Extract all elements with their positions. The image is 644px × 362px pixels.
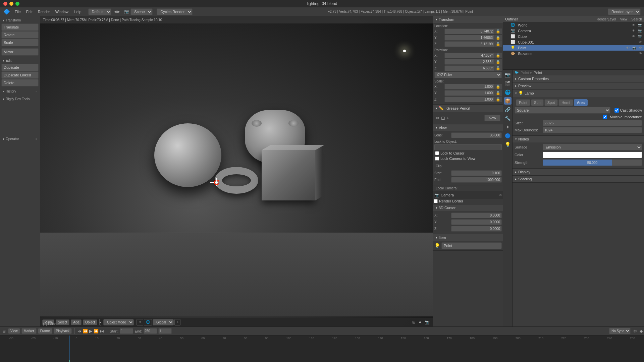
grease-pencil-new-btn[interactable]: New <box>484 115 500 121</box>
mirror-button[interactable]: Mirror <box>1 48 39 56</box>
outliner-item-camera[interactable]: 📷 Camera 👁 📷 <box>503 28 644 34</box>
menu-render[interactable]: Render <box>35 9 53 15</box>
render-engine-selector[interactable]: Cycles Render <box>157 8 193 15</box>
menu-file[interactable]: File <box>12 9 23 15</box>
rotation-y-lock[interactable]: 🔒 <box>494 59 502 65</box>
nodes-header[interactable]: ▾ Nodes <box>513 136 644 142</box>
lamp-data-icon[interactable]: 💡 <box>504 141 512 148</box>
jump-end-icon[interactable]: ⏭ <box>100 329 104 334</box>
history-section-header[interactable]: ▸ History ≡ <box>1 88 39 94</box>
custom-props-header[interactable]: ▸ Custom Properties <box>513 75 644 82</box>
operator-section-header[interactable]: ▾ Operator ≡ <box>1 136 39 142</box>
particles-icon[interactable]: ✦ <box>504 123 512 131</box>
preview-header[interactable]: ▸ Preview <box>513 82 644 89</box>
scale-z-input[interactable]: 1.000 <box>444 97 494 102</box>
cursor-z-input[interactable]: 0.0000 <box>451 226 502 232</box>
transform-section-header[interactable]: ▾ Transform <box>1 17 39 23</box>
rotation-x-input[interactable]: 47.657° <box>444 53 494 58</box>
step-forward-icon[interactable]: ⏩ <box>94 329 99 334</box>
menu-help[interactable]: Help <box>71 9 84 15</box>
location-y-input[interactable] <box>444 35 494 41</box>
location-x-lock[interactable]: 🔒 <box>494 28 502 34</box>
outliner-item-cube001[interactable]: ⬜ Cube.001 👁 <box>503 39 644 45</box>
sync-selector[interactable]: No Sync <box>609 328 631 334</box>
object-mode-selector[interactable]: Object Mode <box>103 319 134 325</box>
rotation-x-lock[interactable]: 🔒 <box>494 53 502 58</box>
playback-btn[interactable]: Playback <box>54 328 72 334</box>
pivot-icon[interactable]: ⊙ <box>137 319 143 325</box>
rotation-mode-selector[interactable]: XYZ Euler <box>434 72 502 78</box>
timeline-settings-icon[interactable]: ⚙ <box>633 329 637 334</box>
lamp-tab-sun[interactable]: Sun <box>531 99 544 106</box>
clip-end-input[interactable]: 1000.000 <box>451 177 502 183</box>
add-btn[interactable]: Add <box>71 319 82 325</box>
location-x-input[interactable] <box>444 28 494 34</box>
close-button[interactable] <box>3 2 7 6</box>
item-panel-header[interactable]: ▾ Item <box>433 234 503 241</box>
shading-header[interactable]: ▸ Shading <box>513 176 644 182</box>
strength-slider[interactable]: 50.000 <box>543 159 642 166</box>
cursor-x-input[interactable]: 0.0000 <box>451 213 502 218</box>
cursor-y-input[interactable]: 0.0000 <box>451 219 502 225</box>
surface-selector[interactable]: Emission <box>543 144 642 150</box>
orientation-icon[interactable]: 🌐 <box>144 319 152 325</box>
clip-start-input[interactable]: 0.100 <box>451 170 502 176</box>
operator-options-icon[interactable]: ≡ <box>36 137 37 141</box>
display-header[interactable]: ▸ Display <box>513 169 644 175</box>
delete-button[interactable]: Delete <box>1 79 39 86</box>
blender-logo-icon[interactable]: 🔷 <box>1 8 12 15</box>
scale-y-lock[interactable]: 🔒 <box>494 90 502 96</box>
view-layers-icon[interactable]: ⊞ <box>411 319 417 325</box>
global-selector[interactable]: Global <box>153 319 174 325</box>
maximize-button[interactable] <box>15 2 19 6</box>
lamp-tab-point[interactable]: Point <box>516 99 530 106</box>
multiple-importance-checkbox[interactable] <box>603 115 607 119</box>
translate-button[interactable]: Translate <box>1 23 39 31</box>
scale-x-input[interactable]: 1.000 <box>444 84 494 89</box>
jump-start-icon[interactable]: ⏮ <box>77 329 82 334</box>
history-options-icon[interactable]: ≡ <box>36 90 37 93</box>
keyframe-icon[interactable]: ◆ <box>640 329 643 334</box>
physics-icon[interactable]: 🔵 <box>504 132 512 139</box>
end-frame-input[interactable] <box>144 328 157 334</box>
lock-to-cursor-checkbox[interactable] <box>435 151 439 155</box>
render-border-checkbox[interactable] <box>434 199 438 203</box>
scale-z-lock[interactable]: 🔒 <box>494 97 502 102</box>
duplicate-button[interactable]: Duplicate <box>1 64 39 71</box>
frame-btn[interactable]: Frame <box>38 328 52 334</box>
duplicate-linked-button[interactable]: Duplicate Linked <box>1 71 39 79</box>
object-props-icon[interactable]: 📦 <box>504 97 512 105</box>
transform-panel-header[interactable]: ▾ Transform <box>433 16 503 23</box>
rigify-section-header[interactable]: ▾ Rigify Dev Tools <box>1 96 39 102</box>
lamp-header[interactable]: ▾ 💡 Lamp <box>513 89 644 97</box>
proportional-icon[interactable]: ○ <box>174 319 180 325</box>
lamp-tab-hemi[interactable]: Hemi <box>558 99 573 106</box>
rotation-z-lock[interactable]: 🔒 <box>494 65 502 71</box>
camera-view-icon[interactable]: 📷 <box>424 319 431 325</box>
menu-edit[interactable]: Edit <box>23 9 35 15</box>
play-icon[interactable]: ▶ <box>89 329 92 334</box>
timeline-ruler[interactable]: -30 -20 -10 0 10 20 30 40 50 60 70 80 90… <box>0 336 644 362</box>
outliner-item-world[interactable]: 🌐 World 👁 📷 <box>503 22 644 28</box>
lamp-tab-area[interactable]: Area <box>574 99 588 106</box>
scene-selector[interactable]: Scene <box>130 8 153 15</box>
location-z-lock[interactable]: 🔒 <box>494 41 502 47</box>
start-frame-input[interactable] <box>120 328 133 334</box>
scale-x-lock[interactable]: 🔒 <box>494 84 502 89</box>
workspace-selector[interactable]: Default <box>88 8 111 15</box>
lock-camera-checkbox[interactable] <box>435 157 439 161</box>
lens-input[interactable]: 35.000 <box>451 132 502 138</box>
world-props-icon[interactable]: 🌐 <box>504 88 512 96</box>
outliner-item-cube[interactable]: ⬜ Cube 👁 📷 <box>503 34 644 39</box>
camera-close-btn[interactable]: × <box>499 192 502 197</box>
rotation-z-input[interactable]: 6.608° <box>444 65 494 71</box>
render-layers-selector[interactable]: RenderLayer <box>608 8 641 15</box>
view-panel-header[interactable]: ▾ View <box>433 124 503 131</box>
current-frame-input[interactable] <box>158 328 172 334</box>
minimize-button[interactable] <box>9 2 13 6</box>
edit-section-header[interactable]: ▾ Edit <box>1 58 39 63</box>
cast-shadow-checkbox[interactable] <box>614 108 619 113</box>
rotation-y-input[interactable]: -12.636° <box>444 59 494 65</box>
cursor-3d-header[interactable]: ▾ 3D Cursor <box>433 204 503 211</box>
step-back-icon[interactable]: ⏪ <box>83 329 88 334</box>
